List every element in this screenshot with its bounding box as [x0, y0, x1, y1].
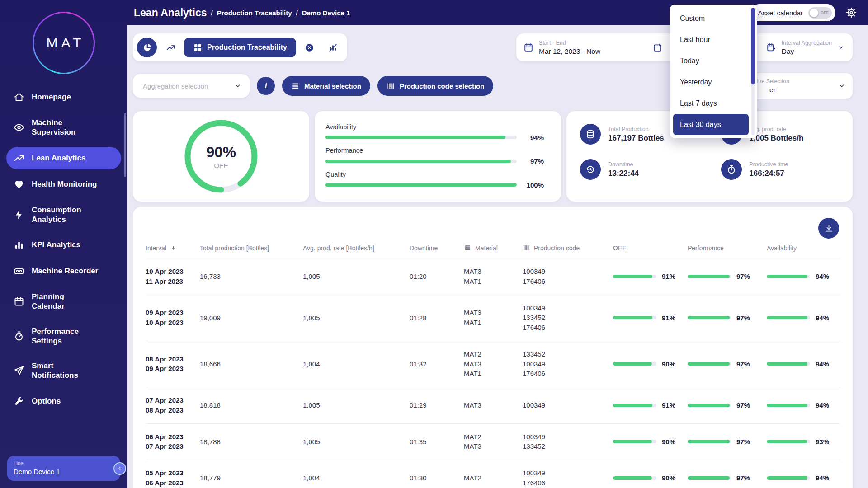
- stat-item: Downtime13:22:44: [580, 159, 721, 180]
- table-row: 08 Apr 202309 Apr 202318,6661,00401:32MA…: [146, 341, 840, 387]
- metric-bar-fill: [613, 362, 652, 366]
- send-icon: [14, 365, 24, 376]
- column-header-material[interactable]: Material: [464, 244, 523, 252]
- material-value: MAT1: [464, 318, 523, 328]
- sidebar-item-performance-settings[interactable]: Performance Settings: [6, 321, 121, 352]
- interval-date: 07 Apr 2023: [146, 441, 200, 451]
- column-header-downtime[interactable]: Downtime: [410, 244, 464, 252]
- sidebar-item-consumption-analytics[interactable]: Consumption Analytics: [6, 199, 121, 230]
- oee-gauge-label: OEE: [214, 162, 228, 169]
- preset-option[interactable]: Yesterday: [673, 71, 749, 93]
- date-preset-button[interactable]: [648, 38, 668, 57]
- gear-icon: [845, 7, 857, 19]
- sidebar-item-label: Consumption Analytics: [32, 205, 81, 225]
- breadcrumb-root[interactable]: Lean Analytics: [134, 7, 207, 19]
- cell-oee: 90%: [613, 438, 688, 446]
- pie-chart-icon: [142, 43, 152, 52]
- breadcrumb-item[interactable]: Demo Device 1: [302, 9, 350, 17]
- stat-label: Downtime: [608, 161, 639, 168]
- pie-chart-view-button[interactable]: [137, 38, 157, 57]
- breadcrumb-item[interactable]: Production Traceability: [217, 9, 292, 17]
- device-selector-card[interactable]: Line Demo Device 1: [7, 456, 120, 481]
- topbar-right: Asset calendar OFF: [751, 4, 857, 21]
- close-view-button[interactable]: [300, 38, 320, 57]
- download-button[interactable]: [818, 218, 839, 239]
- metric-bar-track: [767, 275, 810, 278]
- sidebar-collapse-button[interactable]: [113, 462, 126, 475]
- sidebar-item-smart-notifications[interactable]: Smart Notifications: [6, 355, 121, 386]
- sidebar-item-homepage[interactable]: Homepage: [6, 86, 121, 108]
- column-header-availability[interactable]: Availability: [767, 244, 840, 252]
- metric-bar-fill: [613, 404, 652, 407]
- sidebar-item-machine-recorder[interactable]: Machine Recorder: [6, 260, 121, 282]
- metric-value: 90%: [662, 474, 675, 482]
- metric-value: 97%: [736, 314, 750, 322]
- toggle-switch[interactable]: OFF: [808, 7, 832, 19]
- info-button[interactable]: i: [257, 77, 275, 95]
- hide-chart-button[interactable]: [323, 38, 343, 57]
- stat-label: Avg. prod. rate: [749, 126, 803, 132]
- cell-availability: 94%: [767, 401, 840, 409]
- preset-option[interactable]: Last hour: [673, 29, 749, 50]
- date-range-picker[interactable]: Start - End Mar 12, 2023 - Now: [524, 40, 626, 56]
- settings-button[interactable]: [845, 7, 857, 19]
- cell-performance: 97%: [688, 474, 767, 482]
- column-header-interval[interactable]: Interval: [146, 244, 200, 252]
- sidebar-item-label: Health Monitoring: [32, 179, 97, 189]
- metric-value: 97%: [736, 438, 750, 446]
- metric-bar-track: [613, 440, 656, 443]
- sidebar-item-kpi-analytics[interactable]: KPI Analytics: [6, 234, 121, 256]
- sidebar-item-options[interactable]: Options: [6, 390, 121, 413]
- preset-option[interactable]: Last 7 days: [673, 93, 749, 114]
- sidebar-item-lean-analytics[interactable]: Lean Analytics: [6, 147, 121, 169]
- sidebar-item-health-monitoring[interactable]: Health Monitoring: [6, 173, 121, 196]
- stopwatch-icon: [721, 159, 742, 180]
- aggregation-select[interactable]: Aggregation selection: [133, 74, 250, 98]
- toggle-state-label: OFF: [821, 10, 829, 15]
- preset-option[interactable]: Custom: [673, 8, 749, 29]
- interval-aggregation-select[interactable]: Interval Aggregation Day: [766, 40, 844, 56]
- bolt-icon: [14, 209, 24, 220]
- material-selection-label: Material selection: [304, 82, 361, 90]
- metric-value: 90%: [662, 360, 675, 368]
- cell-interval: 05 Apr 202306 Apr 2023: [146, 468, 200, 488]
- column-label: Avg. prod. rate [Bottles/h]: [303, 244, 374, 252]
- progress-bar-fill: [326, 183, 517, 187]
- sidebar-scrollbar[interactable]: [124, 113, 126, 177]
- chevron-down-icon: [234, 82, 241, 89]
- column-header-avg-prod-rate-bottles-h-[interactable]: Avg. prod. rate [Bottles/h]: [303, 244, 410, 252]
- metric-bar-fill: [688, 440, 730, 443]
- toggle-knob: [810, 9, 818, 17]
- material-value: MAT2: [464, 349, 523, 359]
- sidebar-item-planning-calendar[interactable]: Planning Calendar: [6, 286, 121, 317]
- material-selection-button[interactable]: Material selection: [282, 76, 370, 96]
- column-header-production-code[interactable]: Production code: [523, 244, 613, 252]
- kpi-label: Availability: [326, 123, 544, 131]
- column-header-performance[interactable]: Performance: [688, 244, 767, 252]
- metric-bar-track: [767, 362, 810, 366]
- production-code-selection-button[interactable]: Production code selection: [377, 76, 494, 96]
- progress-bar-fill: [326, 136, 505, 139]
- sidebar-item-machine-supervision[interactable]: Machine Supervision: [6, 112, 121, 143]
- preset-menu-scrollbar-thumb[interactable]: [751, 8, 755, 84]
- metric-bar-fill: [767, 404, 807, 407]
- cell-material: MAT2MAT3MAT1: [464, 349, 523, 379]
- breadcrumb-items: /Production Traceability/Demo Device 1: [211, 9, 350, 17]
- kpi-bar-performance: Performance97%: [326, 147, 544, 165]
- column-header-total-production-bottles-[interactable]: Total production [Bottles]: [200, 244, 303, 252]
- column-label: Total production [Bottles]: [200, 244, 269, 252]
- stat-label: Total Production: [608, 126, 664, 132]
- wrench-icon: [14, 396, 24, 407]
- device-type-label: Line: [14, 460, 114, 466]
- metric-bar-fill: [767, 440, 807, 443]
- preset-option[interactable]: Last 30 days: [673, 114, 749, 135]
- asset-calendar-toggle[interactable]: Asset calendar OFF: [751, 4, 835, 21]
- column-header-oee[interactable]: OEE: [613, 244, 688, 252]
- column-label: Performance: [688, 244, 724, 252]
- production-traceability-tab[interactable]: Production Traceability: [184, 38, 296, 57]
- cell-performance: 97%: [688, 401, 767, 409]
- interval-date: 09 Apr 2023: [146, 308, 200, 318]
- line-chart-view-button[interactable]: [160, 38, 180, 57]
- cell-downtime: 01:30: [410, 474, 464, 482]
- preset-option[interactable]: Today: [673, 50, 749, 71]
